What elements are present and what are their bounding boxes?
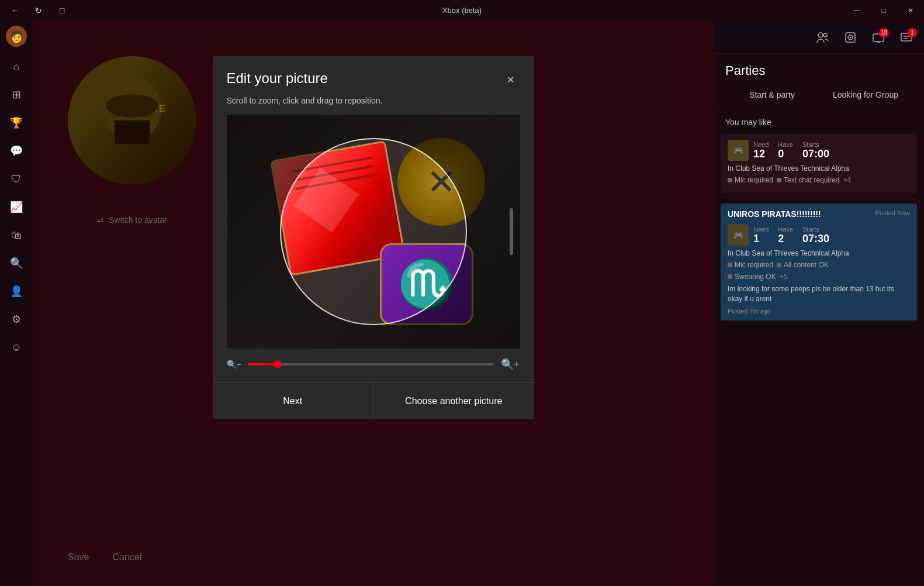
- app-title: Xbox (beta): [442, 6, 482, 15]
- card-divider: [721, 198, 917, 199]
- sidebar-item-trending[interactable]: 📈: [4, 194, 29, 220]
- sidebar-item-settings[interactable]: ⚙: [4, 306, 29, 332]
- image-background: ✕ ♏: [227, 115, 520, 349]
- need-stat-2: Need 1: [753, 226, 769, 245]
- req-content-2: All content OK: [777, 261, 829, 269]
- window-controls: — □ ✕: [843, 0, 924, 21]
- sidebar-item-shield[interactable]: 🛡: [4, 166, 29, 192]
- refresh-button[interactable]: ↻: [28, 0, 49, 21]
- dialog-header: Edit your picture ✕: [213, 56, 534, 89]
- dialog-title: Edit your picture: [227, 70, 328, 87]
- sidebar-item-social[interactable]: ⊞: [4, 82, 29, 108]
- svg-point-5: [823, 33, 827, 37]
- sidebar: 🧑 ⌂ ⊞ 🏆 💬 🛡 📈 🛍 🔍 👤 ⚙ ☺: [0, 21, 33, 586]
- zoom-slider[interactable]: [248, 363, 494, 366]
- lfg-requirements-2: Mic required All content OK: [728, 261, 910, 269]
- scorpio-pin: ♏: [380, 243, 473, 325]
- choose-picture-button[interactable]: Choose another picture: [373, 383, 534, 419]
- edit-picture-dialog: Edit your picture ✕ Scroll to zoom, clic…: [213, 56, 534, 419]
- activity-icon-button[interactable]: [838, 25, 863, 50]
- tv-icon-button[interactable]: 18: [866, 25, 891, 50]
- user-avatar[interactable]: 🧑: [6, 26, 27, 47]
- have-stat-1: Have 0: [778, 141, 793, 160]
- sidebar-item-search[interactable]: 🔍: [4, 250, 29, 276]
- you-may-like-label: You may like: [714, 108, 924, 132]
- next-button[interactable]: Next: [213, 383, 374, 419]
- sidebar-item-home[interactable]: ⌂: [4, 54, 29, 80]
- sidebar-item-achievements[interactable]: 🏆: [4, 110, 29, 136]
- req-mic-2: Mic required: [728, 261, 773, 269]
- dialog-overlay: Edit your picture ✕ Scroll to zoom, clic…: [33, 21, 714, 586]
- starts-stat-2: Starts 07:30: [802, 226, 829, 245]
- back-button[interactable]: ←: [5, 0, 26, 21]
- svg-point-8: [850, 36, 852, 38]
- sidebar-item-feedback[interactable]: ☺: [4, 335, 29, 360]
- fullscreen-button[interactable]: □: [51, 0, 72, 21]
- tv-badge: 18: [879, 28, 889, 37]
- lfg-stats-2: Need 1 Have 2 Starts 07:30: [753, 226, 910, 245]
- chat-badge: 1: [908, 28, 917, 37]
- zoom-in-icon[interactable]: 🔍+: [501, 358, 520, 371]
- lfg-title-2: UNIROS PIRATAS!!!!!!!!!: [728, 209, 821, 219]
- parties-title: Parties: [714, 54, 924, 83]
- app-body: 🧑 ⌂ ⊞ 🏆 💬 🛡 📈 🛍 🔍 👤 ⚙ ☺ MARMITE: [0, 21, 924, 586]
- lfg-description-2: Im looking for some peeps pls be older t…: [728, 284, 910, 304]
- title-bar-left: ← ↻ □: [5, 0, 72, 21]
- tab-looking-for-group[interactable]: Looking for Group: [819, 83, 912, 108]
- lfg-avatar-1: 🎮: [728, 140, 749, 161]
- chat-icon-button[interactable]: 1: [894, 25, 919, 50]
- panel-header: 18 1: [714, 21, 924, 54]
- dialog-footer: Next Choose another picture: [213, 382, 534, 419]
- dialog-subtitle: Scroll to zoom, click and drag to reposi…: [213, 89, 534, 115]
- lfg-card-1-top: 🎮 Need 12 Have 0 Starts 07:00: [728, 140, 910, 161]
- req-swear-2: Swearing OK: [728, 273, 776, 281]
- have-stat-2: Have 2: [778, 226, 793, 245]
- minimize-button[interactable]: —: [843, 0, 870, 21]
- title-bar: ← ↻ □ Xbox (beta) — □ ✕: [0, 0, 924, 21]
- right-panel: 18 1 Parties Start & party Looking for G…: [714, 21, 924, 586]
- req-extra-1: +4: [843, 176, 851, 184]
- req-extra-2: +5: [780, 273, 788, 281]
- need-stat-1: Need 12: [753, 141, 769, 160]
- lfg-club-1: In Club Sea of Thieves Technical Alpha: [728, 164, 910, 173]
- lfg-stats-1: Need 12 Have 0 Starts 07:00: [753, 141, 910, 160]
- dialog-close-button[interactable]: ✕: [501, 70, 520, 89]
- lfg-club-2: In Club Sea of Thieves Technical Alpha: [728, 249, 910, 257]
- zoom-area: 🔍− 🔍+: [213, 349, 534, 380]
- xbox-pin: ✕: [397, 138, 485, 226]
- zoom-thumb: [274, 360, 282, 368]
- image-editor-area[interactable]: ✕ ♏: [227, 115, 520, 349]
- lfg-posted-2: Posted 7m ago: [728, 308, 910, 315]
- friends-icon-button[interactable]: [809, 25, 835, 50]
- svg-point-4: [818, 33, 823, 37]
- sidebar-item-profile[interactable]: 👤: [4, 278, 29, 304]
- drag-handle[interactable]: [510, 208, 513, 255]
- starts-stat-1: Starts 07:00: [802, 141, 829, 160]
- lfg-card-2[interactable]: UNIROS PIRATAS!!!!!!!!! Posted Now 🎮 Nee…: [721, 204, 917, 320]
- maximize-button[interactable]: □: [870, 0, 897, 21]
- close-button[interactable]: ✕: [897, 0, 924, 21]
- lfg-card-2-top: 🎮 Need 1 Have 2 Starts 07:30: [728, 225, 910, 246]
- lfg-requirements-1: Mic required Text chat required +4: [728, 176, 910, 184]
- lfg-card-1[interactable]: 🎮 Need 12 Have 0 Starts 07:00: [721, 134, 917, 194]
- tab-start-party[interactable]: Start & party: [725, 83, 819, 108]
- main-content: MARMITE ⇄ Switch to avatar Save Cancel E…: [33, 21, 714, 586]
- lfg-requirements-2b: Swearing OK +5: [728, 273, 910, 281]
- req-mic-1: Mic required: [728, 176, 773, 184]
- zoom-out-icon[interactable]: 🔍−: [227, 360, 241, 369]
- req-text-1: Text chat required: [777, 176, 839, 184]
- party-tabs: Start & party Looking for Group: [714, 83, 924, 108]
- sidebar-item-messages[interactable]: 💬: [4, 138, 29, 164]
- sidebar-item-store[interactable]: 🛍: [4, 222, 29, 248]
- lfg-posted-now: Posted Now: [875, 209, 910, 216]
- lfg-avatar-2: 🎮: [728, 225, 749, 246]
